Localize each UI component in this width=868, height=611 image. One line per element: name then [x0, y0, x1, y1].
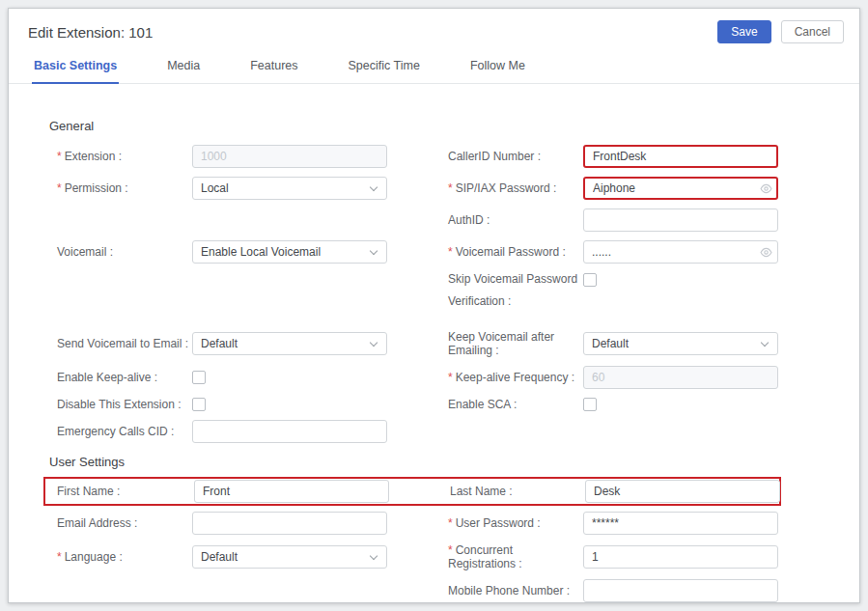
voicemail-selected-value: Enable Local Voicemail: [201, 245, 321, 259]
field-permission: *Permission : Local: [43, 177, 387, 200]
tab-media[interactable]: Media: [165, 51, 202, 83]
callerid-number-label: CallerID Number :: [448, 150, 583, 163]
required-asterisk: *: [448, 516, 453, 530]
user-password-label: *User Password :: [448, 516, 583, 530]
field-concurrent-registrations: *Concurrent Registrations :: [448, 543, 778, 570]
required-asterisk: *: [57, 181, 62, 195]
chevron-down-icon: [370, 247, 378, 255]
highlighted-name-row: First Name : Last Name :: [43, 477, 781, 506]
skip-voicemail-password-checkbox[interactable]: [583, 273, 597, 287]
field-enable-sca: Enable SCA :: [448, 398, 597, 411]
voicemail-password-label: *Voicemail Password :: [448, 245, 583, 259]
form-row: Email Address : *User Password :: [43, 512, 859, 535]
general-section-title: General: [49, 119, 859, 133]
field-send-voicemail-to-email: Send Voicemail to Email : Default: [43, 330, 387, 357]
enable-keep-alive-checkbox[interactable]: [192, 371, 206, 384]
form-content: General *Extension : CallerID Number : *…: [9, 84, 859, 602]
required-asterisk: *: [57, 550, 62, 564]
language-select[interactable]: Default: [192, 545, 387, 569]
edit-extension-panel: Edit Extension: 101 Save Cancel Basic Se…: [8, 8, 860, 603]
chevron-down-icon: [761, 339, 769, 347]
email-address-input[interactable]: [192, 512, 387, 535]
field-skip-voicemail-password: Skip Voicemail PasswordVerification :: [448, 272, 597, 313]
field-keep-alive-frequency: *Keep-alive Frequency :: [448, 366, 778, 389]
required-asterisk: *: [448, 543, 453, 557]
send-voicemail-to-email-selected-value: Default: [201, 337, 238, 350]
field-voicemail: Voicemail : Enable Local Voicemail: [43, 240, 387, 264]
form-row: Enable Keep-alive : *Keep-alive Frequenc…: [43, 366, 859, 389]
sip-iax-password-input[interactable]: [583, 177, 778, 200]
user-password-input[interactable]: [583, 512, 778, 535]
field-user-password: *User Password :: [448, 512, 778, 535]
header-actions: Save Cancel: [717, 20, 844, 43]
concurrent-registrations-label: *Concurrent Registrations :: [448, 543, 583, 570]
language-selected-value: Default: [201, 550, 238, 564]
form-row: AuthID :: [43, 208, 859, 232]
form-row: Skip Voicemail PasswordVerification :: [43, 272, 859, 317]
field-emergency-calls-cid: Emergency Calls CID :: [43, 420, 387, 443]
form-row: Voicemail : Enable Local Voicemail *Voic…: [43, 240, 859, 264]
empty-cell: [43, 579, 387, 602]
emergency-calls-cid-input[interactable]: [192, 420, 387, 443]
permission-select[interactable]: Local: [192, 177, 387, 200]
eye-icon[interactable]: [759, 245, 773, 260]
user-settings-section: User Settings First Name : Last Name : E…: [43, 455, 859, 602]
callerid-number-input[interactable]: [583, 145, 778, 168]
email-address-label: Email Address :: [43, 516, 192, 530]
disable-this-extension-checkbox[interactable]: [192, 398, 206, 411]
emergency-calls-cid-label: Emergency Calls CID :: [43, 425, 192, 438]
last-name-input[interactable]: [585, 480, 780, 503]
field-sip-iax-password: *SIP/IAX Password :: [448, 177, 778, 200]
tab-features[interactable]: Features: [248, 51, 299, 83]
page-title: Edit Extension: 101: [28, 24, 153, 41]
first-name-input[interactable]: [194, 480, 389, 503]
keep-alive-frequency-label: *Keep-alive Frequency :: [448, 371, 583, 384]
form-row: Send Voicemail to Email : Default Keep V…: [43, 330, 859, 357]
field-extension: *Extension :: [43, 145, 387, 168]
empty-cell: [43, 208, 387, 232]
extension-label: *Extension :: [43, 150, 192, 163]
field-language: *Language : Default: [43, 543, 387, 570]
keep-voicemail-after-emailing-select[interactable]: Default: [583, 332, 778, 355]
required-asterisk: *: [448, 245, 453, 259]
tab-follow-me[interactable]: Follow Me: [468, 51, 527, 83]
field-enable-keep-alive: Enable Keep-alive :: [43, 366, 387, 389]
form-row: Mobile Phone Number :: [43, 579, 859, 602]
authid-label: AuthID :: [448, 213, 583, 227]
skip-voicemail-password-label: Skip Voicemail PasswordVerification :: [448, 268, 583, 313]
send-voicemail-to-email-select[interactable]: Default: [192, 332, 387, 355]
keep-voicemail-after-emailing-label: Keep Voicemail after Emailing :: [448, 330, 583, 357]
form-row: *Permission : Local *SIP/IAX Password :: [43, 177, 859, 200]
required-asterisk: *: [57, 150, 62, 163]
language-label: *Language :: [43, 550, 192, 564]
permission-selected-value: Local: [201, 181, 229, 195]
panel-header: Edit Extension: 101 Save Cancel: [9, 9, 859, 51]
field-mobile-phone-number: Mobile Phone Number :: [448, 579, 778, 602]
form-row: *Extension : CallerID Number :: [43, 145, 859, 168]
field-keep-voicemail-after-emailing: Keep Voicemail after Emailing : Default: [448, 330, 778, 357]
chevron-down-icon: [370, 552, 378, 560]
sip-iax-password-control: [583, 177, 778, 200]
keep-alive-frequency-input: [583, 366, 778, 389]
tab-specific-time[interactable]: Specific Time: [347, 51, 422, 83]
voicemail-password-control: [583, 240, 778, 264]
voicemail-select[interactable]: Enable Local Voicemail: [192, 240, 387, 264]
authid-input[interactable]: [583, 208, 778, 232]
enable-sca-checkbox[interactable]: [583, 398, 597, 411]
eye-icon[interactable]: [759, 181, 773, 196]
send-voicemail-to-email-label: Send Voicemail to Email :: [43, 337, 192, 350]
mobile-phone-number-input[interactable]: [583, 579, 778, 602]
tab-basic-settings[interactable]: Basic Settings: [32, 51, 119, 83]
chevron-down-icon: [370, 339, 378, 347]
form-row: *Language : Default *Concurrent Registra…: [43, 543, 859, 570]
concurrent-registrations-input[interactable]: [583, 545, 778, 569]
required-asterisk: *: [448, 371, 453, 384]
voicemail-label: Voicemail :: [43, 245, 192, 259]
voicemail-password-input[interactable]: [583, 240, 778, 264]
cancel-button[interactable]: Cancel: [781, 20, 844, 43]
permission-label: *Permission :: [43, 181, 192, 195]
form-row: Disable This Extension : Enable SCA :: [43, 398, 859, 411]
save-button[interactable]: Save: [717, 20, 770, 43]
user-settings-section-title: User Settings: [49, 455, 859, 469]
form-row: Emergency Calls CID :: [43, 420, 859, 443]
